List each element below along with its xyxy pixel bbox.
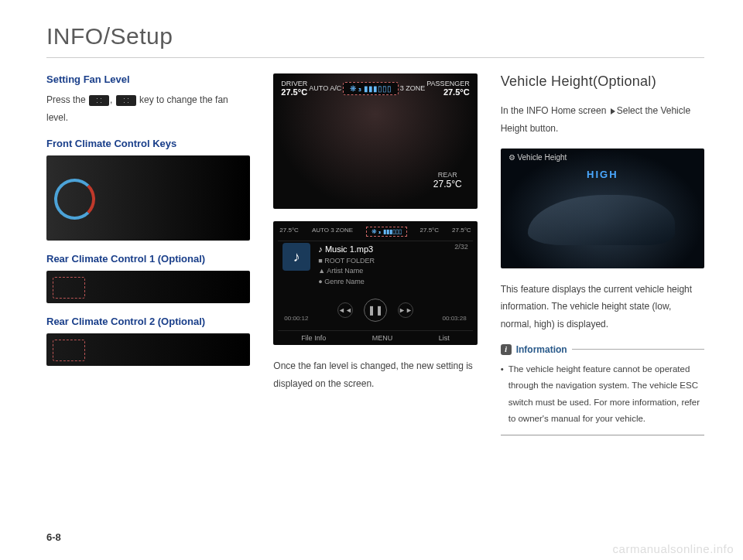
information-label: Information — [516, 344, 567, 355]
caption-fan-level-changed: Once the fan level is changed, the new s… — [273, 357, 477, 393]
fan-up-key-icon — [116, 95, 136, 106]
heading-rear-climate-2: Rear Climate Control 2 (Optional) — [46, 316, 250, 327]
climate-driver-label: DRIVER — [281, 80, 307, 87]
media-bar-rear-temp: 27.5°C — [420, 227, 440, 237]
text-vehicle-height-desc: This feature displays the current vehicl… — [501, 281, 704, 333]
music-note-icon: ♪ — [282, 243, 310, 271]
information-heading: i Information — [501, 344, 704, 355]
media-folder: ■ ROOT FOLDER — [318, 256, 375, 267]
climate-zone: 3 ZONE — [400, 84, 426, 92]
media-bar-fan: ❋ ₃ ▮▮▮▯▯▯ — [366, 227, 406, 237]
prev-icon: ◄◄ — [337, 302, 353, 318]
media-bar-zone: AUTO 3 ZONE — [312, 227, 353, 237]
heading-rear-climate-1: Rear Climate Control 1 (Optional) — [46, 253, 250, 265]
play-pause-icon: ❚❚ — [364, 299, 387, 322]
image-rear-climate-1 — [46, 271, 250, 303]
next-icon: ►► — [398, 302, 413, 318]
climate-auto-ac: AUTO A/C — [309, 84, 341, 92]
media-genre: ● Genre Name — [318, 277, 375, 288]
image-front-climate-controls — [46, 155, 250, 241]
divider-line — [572, 349, 704, 350]
climate-fan-indicator: ❋ ₃ ▮▮▮▯▯▯ — [343, 82, 399, 95]
media-btn-menu: MENU — [372, 334, 393, 342]
text-press-key: Press the , key to change the fan level. — [46, 91, 250, 127]
image-media-screen: 27.5°C AUTO 3 ZONE ❋ ₃ ▮▮▮▯▯▯ 27.5°C 27.… — [273, 221, 477, 345]
image-climate-screen: DRIVER27.5°C AUTO A/C ❋ ₃ ▮▮▮▯▯▯ 3 ZONE … — [273, 73, 477, 209]
intro-before: In the INFO Home screen — [501, 105, 609, 116]
image-vehicle-height-screen: ⚙ Vehicle Height HIGH — [501, 149, 704, 268]
arrow-right-icon — [611, 108, 615, 114]
page-title: INFO/Setup — [46, 23, 704, 58]
media-btn-list: List — [439, 334, 450, 342]
column-2: DRIVER27.5°C AUTO A/C ❋ ₃ ▮▮▮▯▯▯ 3 ZONE … — [273, 73, 477, 435]
climate-driver-temp: 27.5°C — [281, 87, 307, 97]
climate-rear-temp: 27.5°C — [433, 179, 462, 190]
media-time-total: 00:03:28 — [443, 315, 467, 322]
bullet-dot-icon: • — [501, 361, 504, 427]
watermark: carmanualsonline.info — [613, 542, 734, 555]
media-song-title: ♪ Music 1.mp3 — [318, 243, 375, 256]
vh-state-label: HIGH — [501, 169, 704, 180]
info-badge-icon: i — [501, 344, 512, 355]
text-before-keys: Press the — [46, 94, 88, 105]
information-list: • The vehicle height feature cannot be o… — [501, 361, 704, 435]
heading-setting-fan-level: Setting Fan Level — [46, 73, 250, 85]
heading-vehicle-height: Vehicle Height(Optional) — [501, 73, 704, 90]
text-vehicle-height-intro: In the INFO Home screen Select the Vehic… — [501, 102, 704, 138]
fan-down-key-icon — [89, 95, 109, 106]
vh-screen-title: ⚙ Vehicle Height — [508, 153, 567, 162]
content-columns: Setting Fan Level Press the , key to cha… — [46, 73, 704, 435]
media-bar-driver-temp: 27.5°C — [279, 227, 299, 237]
climate-passenger-temp: 27.5°C — [443, 87, 470, 97]
column-3: Vehicle Height(Optional) In the INFO Hom… — [501, 73, 704, 435]
image-rear-climate-2 — [46, 333, 250, 366]
media-btn-fileinfo: File Info — [301, 334, 326, 342]
climate-rear-label: REAR — [438, 171, 457, 179]
media-track-count: 2/32 — [454, 243, 468, 251]
media-artist: ▲ Artist Name — [318, 266, 375, 277]
info-bullet-text: The vehicle height feature cannot be ope… — [508, 361, 704, 427]
heading-front-climate-keys: Front Climate Control Keys — [46, 138, 250, 149]
media-bar-pass-temp: 27.5°C — [452, 227, 471, 237]
column-1: Setting Fan Level Press the , key to cha… — [46, 73, 250, 435]
page-number: 6-8 — [46, 531, 61, 543]
climate-passenger-label: PASSENGER — [426, 80, 469, 87]
